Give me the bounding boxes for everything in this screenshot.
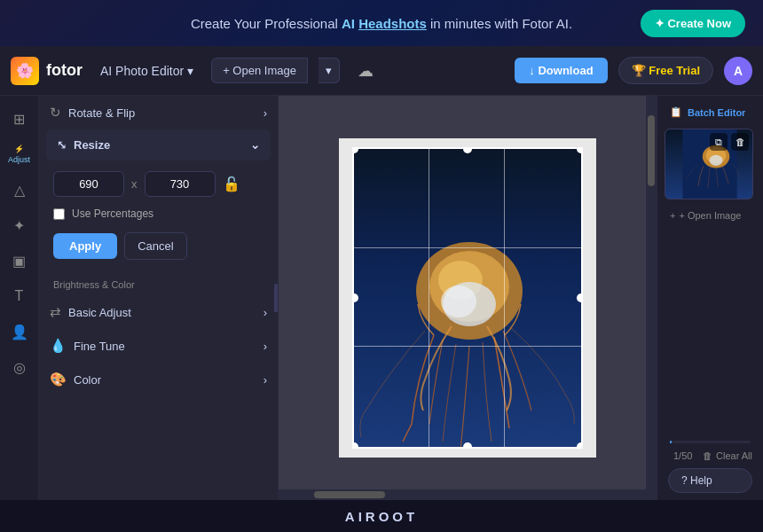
canvas-background xyxy=(339,138,596,458)
rotate-flip-label: Rotate & Flip xyxy=(68,106,135,120)
resize-header[interactable]: ⤡ Resize ⌄ xyxy=(46,129,271,160)
use-percentages-label: Use Percentages xyxy=(72,207,153,220)
use-percentages-checkbox[interactable] xyxy=(53,208,65,220)
batch-editor-button[interactable]: 📋 Batch Editor xyxy=(665,103,756,121)
logo-icon: 🌸 xyxy=(11,57,39,85)
scroll-thumb-x[interactable] xyxy=(314,491,385,498)
color-icon: 🎨 xyxy=(50,372,67,387)
free-trial-button[interactable]: 🏆 Free Trial xyxy=(618,57,713,84)
icon-bar-shape[interactable]: △ xyxy=(4,174,35,206)
icon-bar: ⊞ ⚡ Adjust △ ✦ ▣ T 👤 ◎ xyxy=(0,96,39,500)
thumbnail-layers-button[interactable]: ⧉ xyxy=(710,133,728,151)
photo-editor-label: AI Photo Editor xyxy=(100,64,184,78)
jellyfish-image xyxy=(352,147,583,449)
main-layout: ⊞ ⚡ Adjust △ ✦ ▣ T 👤 ◎ ↻ Rotate & Flip ›… xyxy=(0,96,763,500)
canvas-scrollbar-y[interactable] xyxy=(646,96,657,500)
thumbnail-item: ⧉ 🗑 xyxy=(665,129,753,200)
banner-headshots-highlight: Headshots xyxy=(358,16,427,31)
clear-all-label: Clear All xyxy=(716,450,752,461)
svg-point-8 xyxy=(710,155,723,166)
dimension-x-separator: x xyxy=(131,177,138,191)
batch-editor-icon: 📋 xyxy=(670,106,682,118)
cancel-button[interactable]: Cancel xyxy=(124,232,186,260)
brightness-color-title: Brightness & Color xyxy=(39,270,278,295)
icon-bar-grid[interactable]: ⊞ xyxy=(4,103,35,135)
fine-tune-icon: 💧 xyxy=(50,338,67,354)
basic-adjust-label: Basic Adjust xyxy=(68,306,131,319)
trash-icon: 🗑 xyxy=(703,450,712,461)
rotate-flip-left: ↻ Rotate & Flip xyxy=(50,105,135,121)
rotate-icon: ↻ xyxy=(50,105,61,121)
photo-editor-button[interactable]: AI Photo Editor ▾ xyxy=(93,60,201,82)
use-percentages-row: Use Percentages xyxy=(53,207,264,220)
adjust-label: Adjust xyxy=(8,155,30,164)
lock-icon[interactable]: 🔓 xyxy=(223,176,240,192)
avatar-button[interactable]: A xyxy=(724,57,752,85)
create-now-button[interactable]: ✦ Create Now xyxy=(641,10,745,37)
width-input[interactable] xyxy=(53,171,124,197)
basic-adjust-icon: ⇄ xyxy=(50,304,61,320)
bottom-bar: AIROOT xyxy=(0,500,763,532)
rotate-flip-chevron: › xyxy=(264,106,267,120)
basic-adjust-chevron: › xyxy=(264,306,267,319)
progress-bar-row xyxy=(665,441,756,443)
fine-tune-label: Fine Tune xyxy=(74,340,125,353)
fine-tune-row[interactable]: 💧 Fine Tune › xyxy=(39,329,278,363)
apply-cancel-row: Apply Cancel xyxy=(53,232,264,260)
apply-button[interactable]: Apply xyxy=(53,233,117,259)
banner-text: Create Your Professional AI Headshots in… xyxy=(191,16,572,31)
page-counter: 1/50 xyxy=(668,450,697,461)
thumbnail-overlay-buttons: ⧉ 🗑 xyxy=(710,133,749,151)
batch-editor-label: Batch Editor xyxy=(688,107,745,118)
color-row[interactable]: 🎨 Color › xyxy=(39,363,278,396)
fine-tune-chevron: › xyxy=(264,340,267,353)
open-image-right-label: + Open Image xyxy=(679,210,741,221)
resize-icon: ⤡ xyxy=(57,138,67,152)
cloud-icon-button[interactable]: ☁ xyxy=(350,58,381,84)
fine-tune-left: 💧 Fine Tune xyxy=(50,338,125,354)
icon-bar-adjust[interactable]: ⚡ Adjust xyxy=(4,138,35,170)
left-panel: ↻ Rotate & Flip › ⤡ Resize ⌄ x 🔓 Use P xyxy=(39,96,279,500)
top-banner: Create Your Professional AI Headshots in… xyxy=(0,0,763,46)
color-label: Color xyxy=(74,373,101,387)
icon-bar-people[interactable]: 👤 xyxy=(4,316,35,348)
bottom-brand-label: AIROOT xyxy=(345,509,418,524)
open-image-dropdown[interactable]: ▾ xyxy=(319,58,340,83)
right-spacer xyxy=(665,231,756,434)
color-left: 🎨 Color xyxy=(50,372,101,387)
resize-left: ⤡ Resize xyxy=(57,138,110,152)
open-image-button[interactable]: + Open Image xyxy=(211,58,308,83)
scroll-thumb-y[interactable] xyxy=(648,115,655,186)
progress-bar-track xyxy=(670,441,751,443)
icon-bar-text[interactable]: T xyxy=(4,280,35,312)
chevron-down-icon: ▾ xyxy=(187,64,193,78)
download-button[interactable]: ↓ Download xyxy=(515,58,607,83)
right-panel: 📋 Batch Editor ⧉ 🗑 + xyxy=(657,96,763,500)
banner-ai-highlight: AI xyxy=(342,16,355,31)
logo-area: 🌸 fotor xyxy=(11,57,83,85)
icon-bar-effects[interactable]: ✦ xyxy=(4,209,35,241)
svg-point-4 xyxy=(441,286,476,317)
icon-bar-crop[interactable]: ▣ xyxy=(4,245,35,277)
progress-bar-fill xyxy=(670,441,672,443)
help-button[interactable]: ? Help xyxy=(668,468,752,493)
canvas-scrollbar-x[interactable] xyxy=(279,489,657,500)
header: 🌸 fotor AI Photo Editor ▾ + Open Image ▾… xyxy=(0,46,763,96)
thumbnail-delete-button[interactable]: 🗑 xyxy=(731,133,749,151)
plus-icon: + xyxy=(670,210,675,221)
canvas-area xyxy=(279,96,657,500)
resize-chevron: ⌄ xyxy=(250,138,260,152)
height-input[interactable] xyxy=(145,171,216,197)
color-chevron: › xyxy=(264,373,267,387)
clear-all-button[interactable]: 🗑 Clear All xyxy=(703,450,752,461)
open-image-right-button[interactable]: + + Open Image xyxy=(665,207,756,224)
rotate-flip-row[interactable]: ↻ Rotate & Flip › xyxy=(39,96,278,129)
logo-text: fotor xyxy=(46,61,83,80)
jellyfish-svg xyxy=(354,149,583,449)
adjust-icon: ⚡ xyxy=(14,145,24,153)
icon-bar-sticker[interactable]: ◎ xyxy=(4,351,35,383)
pagination-row: 1/50 🗑 Clear All xyxy=(665,450,756,461)
basic-adjust-left: ⇄ Basic Adjust xyxy=(50,304,131,320)
dimension-row: x 🔓 xyxy=(53,171,264,197)
basic-adjust-row[interactable]: ⇄ Basic Adjust › xyxy=(39,295,278,329)
